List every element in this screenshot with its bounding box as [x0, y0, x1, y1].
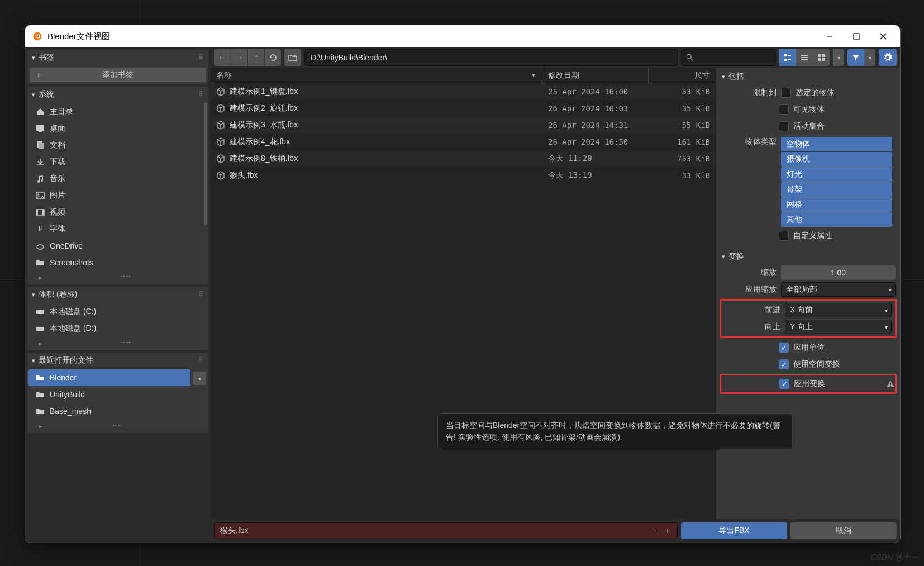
filename-increment-button[interactable]: + [661, 526, 674, 535]
svg-rect-31 [822, 58, 825, 61]
view-list-horizontal-button[interactable] [796, 49, 813, 66]
sidebar-item-music[interactable]: 音乐 [28, 170, 207, 187]
search-input[interactable] [681, 49, 776, 66]
font-icon: F [34, 225, 46, 234]
nav-forward-button[interactable]: → [231, 49, 247, 66]
volumes-header[interactable]: ▾ 体积 (卷标) ⠿ [27, 287, 208, 302]
object-type-chip[interactable]: 网格 [781, 197, 892, 212]
checkbox-custom-props[interactable] [779, 231, 789, 241]
list-scroll-handle[interactable]: ▸⠒⠒ [28, 420, 190, 432]
checkbox-apply-transform[interactable]: ✓ [779, 379, 789, 389]
svg-rect-30 [818, 58, 821, 61]
sidebar-item-desktop[interactable]: 桌面 [28, 120, 207, 137]
view-mode-dropdown[interactable]: ▾ [833, 49, 844, 66]
forward-axis-select[interactable]: X 向前▾ [785, 303, 892, 317]
nav-refresh-button[interactable] [264, 49, 281, 66]
cancel-button[interactable]: 取消 [790, 522, 897, 539]
object-type-chip[interactable]: 空物体 [781, 137, 892, 151]
file-row[interactable]: 建模示例4_花.fbx26 Apr 2024 16:50161 KiB [211, 134, 716, 150]
filter-button[interactable] [847, 49, 864, 66]
sidebar-item-fonts[interactable]: F字体 [28, 221, 207, 237]
checkbox-use-space-transform[interactable]: ✓ [779, 359, 789, 369]
grip-icon[interactable]: ⠿ [198, 291, 204, 298]
list-scroll-handle[interactable]: ▸⠒⠒ [28, 271, 207, 283]
filename-decrement-button[interactable]: − [648, 526, 660, 535]
filename-input[interactable]: 猴头.fbx − + [214, 522, 678, 539]
transform-section-header[interactable]: ▾变换 [717, 249, 899, 264]
blender-logo-icon [32, 31, 43, 42]
grip-icon[interactable]: ⠿ [198, 91, 204, 98]
checkbox-visible-objects[interactable] [779, 104, 789, 115]
svg-rect-15 [42, 210, 44, 215]
scale-input[interactable]: 1.00 [781, 265, 896, 280]
sidebar-item-home[interactable]: 主目录 [28, 103, 207, 120]
sidebar-item-recent-unitybuild[interactable]: UnityBuild [28, 386, 190, 403]
tooltip: 当目标空间与Blender空间不对齐时，烘焙空间变换到物体数据，避免对物体进行不… [437, 413, 793, 449]
folder-icon [34, 390, 46, 399]
include-section-header[interactable]: ▾包括 [717, 69, 899, 84]
recent-dropdown-button[interactable]: ▾ [193, 372, 206, 385]
volumes-title: 体积 (卷标) [39, 289, 77, 299]
up-axis-select[interactable]: Y 向上▾ [785, 320, 892, 334]
column-name[interactable]: 名称▼ [211, 68, 542, 83]
nav-back-button[interactable]: ← [214, 49, 231, 66]
sidebar-item-drive-d[interactable]: 本地磁盘 (D:) [28, 320, 207, 337]
close-button[interactable] [878, 31, 889, 42]
grip-icon[interactable]: ⠿ [198, 54, 204, 61]
new-folder-button[interactable] [284, 49, 301, 66]
main-area: ← → ↑ ▾ ▾ [211, 47, 900, 543]
svg-rect-18 [36, 327, 44, 331]
file-row[interactable]: 建模示例1_键盘.fbx25 Apr 2024 16:0053 KiB [211, 83, 716, 100]
apply-scale-select[interactable]: 全部局部▾ [781, 282, 896, 297]
svg-rect-33 [890, 386, 891, 387]
column-headers: 名称▼ 修改日期 尺寸 [211, 68, 716, 83]
grip-icon[interactable]: ⠿ [198, 356, 204, 364]
recent-panel: ▾ 最近打开的文件 ⠿ Blender UnityBuild Base_mesh… [27, 353, 208, 433]
column-size[interactable]: 尺寸 [649, 68, 716, 83]
mesh-icon [216, 154, 225, 163]
svg-point-19 [687, 54, 691, 59]
object-type-chip[interactable]: 摄像机 [781, 152, 892, 167]
sidebar-item-documents[interactable]: 文档 [28, 137, 207, 154]
chevron-down-icon: ▾ [32, 291, 35, 298]
checkbox-apply-unit[interactable]: ✓ [779, 343, 789, 353]
file-row[interactable]: 建模示例3_水瓶.fbx26 Apr 2024 14:3155 KiB [211, 117, 716, 134]
file-row[interactable]: 猴头.fbx今天 13:1933 KiB [211, 167, 716, 184]
system-header[interactable]: ▾ 系统 ⠿ [27, 87, 208, 102]
nav-up-button[interactable]: ↑ [247, 49, 264, 66]
sidebar-item-pictures[interactable]: 图片 [28, 187, 207, 204]
object-type-chip[interactable]: 其他 [781, 212, 892, 227]
add-bookmark-button[interactable]: + 添加书签 [30, 68, 206, 82]
sidebar-item-recent-basemesh[interactable]: Base_mesh [28, 403, 190, 420]
filter-dropdown[interactable]: ▾ [864, 49, 875, 66]
folder-icon [34, 407, 46, 416]
checkbox-active-collection[interactable] [779, 121, 789, 131]
music-icon [34, 174, 46, 183]
maximize-button[interactable] [851, 31, 862, 42]
sidebar-item-recent-blender[interactable]: Blender [28, 369, 190, 386]
view-thumbnail-button[interactable] [813, 49, 830, 66]
svg-rect-22 [784, 59, 787, 61]
object-type-chip[interactable]: 骨架 [781, 182, 892, 197]
sidebar-item-onedrive[interactable]: OneDrive [28, 237, 207, 254]
sidebar-item-videos[interactable]: 视频 [28, 204, 207, 221]
path-input[interactable] [304, 49, 678, 66]
file-row[interactable]: 建模示例8_铁桶.fbx今天 11:20753 KiB [211, 150, 716, 167]
column-date[interactable]: 修改日期 [542, 68, 649, 83]
sidebar-item-downloads[interactable]: 下载 [28, 154, 207, 170]
sidebar-item-drive-c[interactable]: 本地磁盘 (C:) [28, 303, 207, 320]
highlight-apply-transform: ✓应用变换 [720, 374, 897, 394]
sidebar-item-screenshots[interactable]: Screenshots [28, 254, 207, 271]
view-list-vertical-button[interactable] [779, 49, 796, 66]
object-type-chip[interactable]: 灯光 [781, 167, 892, 182]
svg-rect-8 [39, 131, 42, 132]
recent-header[interactable]: ▾ 最近打开的文件 ⠿ [27, 353, 208, 368]
bookmarks-header[interactable]: ▾ 书签 ⠿ [27, 50, 208, 65]
list-scroll-handle[interactable]: ▸⠒⠒ [28, 337, 207, 349]
export-fbx-button[interactable]: 导出FBX [681, 522, 787, 539]
minimize-button[interactable] [824, 31, 835, 42]
settings-button[interactable] [879, 49, 897, 66]
scrollbar[interactable] [204, 102, 207, 225]
checkbox-selected-objects[interactable] [781, 88, 791, 98]
file-row[interactable]: 建模示例2_旋钮.fbx26 Apr 2024 10:0335 KiB [211, 100, 716, 117]
